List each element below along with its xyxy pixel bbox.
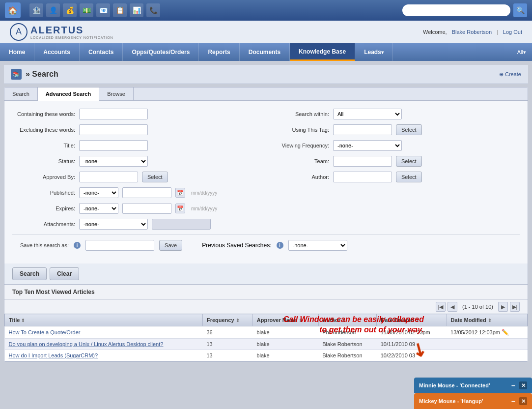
nav-icon-reports[interactable]: 📊	[130, 3, 143, 17]
prev-saved-info-icon[interactable]: i	[277, 242, 283, 249]
col-approver[interactable]: Approver Name ⇕	[252, 314, 318, 326]
using-tag-select-button[interactable]: Select	[396, 124, 422, 135]
call-windows: Minnie Mouse - 'Connected' – ✕ Mickey Mo…	[414, 378, 532, 409]
page-header: 📚 » Search ⊕ Create	[4, 65, 528, 84]
row1-frequency: 36	[202, 326, 252, 339]
expires-row: Expires: -none- 📅 mm/dd/yyyy	[16, 203, 262, 214]
published-select[interactable]: -none-	[79, 187, 118, 198]
tab-advanced-search[interactable]: Advanced Search	[38, 88, 99, 101]
row1-date-modified: 13/05/2012 12:03pm ✏️	[447, 326, 527, 339]
pagination: |◀ ◀ (1 - 10 of 10) ▶ ▶|	[4, 300, 528, 314]
row1-approver: blake	[252, 326, 318, 339]
call-mickey-minimize-button[interactable]: –	[509, 397, 517, 405]
create-button[interactable]: ⊕ Create	[499, 71, 521, 78]
top-search-button[interactable]: 🔍	[513, 3, 527, 17]
nav-accounts[interactable]: Accounts	[34, 43, 80, 61]
expires-date-input[interactable]	[122, 203, 171, 214]
title-input[interactable]	[79, 140, 148, 151]
nav-icons: 🏦 👤 💰 💵 📧 📋 📊 📞	[29, 3, 160, 17]
col-date-created[interactable]: Date Created ⇕	[377, 314, 447, 326]
call-window-mickey[interactable]: Mickey Mouse - 'Hangup' – ✕	[414, 393, 532, 409]
col-title[interactable]: Title ⇕	[5, 314, 203, 326]
expires-date-format: mm/dd/yyyy	[191, 206, 217, 211]
page-prev-button[interactable]: ◀	[448, 302, 457, 312]
containing-input[interactable]	[79, 109, 148, 119]
published-calendar-icon[interactable]: 📅	[175, 188, 185, 198]
nav-icon-email[interactable]: 📧	[96, 3, 110, 17]
row3-approver: blake	[252, 350, 318, 361]
tab-browse[interactable]: Browse	[99, 88, 134, 100]
row3-author: Blake Robertson	[318, 350, 377, 361]
save-info-icon[interactable]: i	[74, 242, 81, 249]
expires-select[interactable]: -none-	[79, 203, 118, 214]
row3-date-created: 10/22/2010 03	[377, 350, 447, 361]
tab-search[interactable]: Search	[4, 88, 38, 100]
row3-date-modified	[447, 350, 527, 361]
viewing-freq-row: Viewing Frequency: -none-	[270, 140, 516, 151]
nav-icon-docs[interactable]: 📋	[113, 3, 127, 17]
row3-frequency: 13	[202, 350, 252, 361]
nav-documents[interactable]: Documents	[240, 43, 290, 61]
published-row: Published: -none- 📅 mm/dd/yyyy	[16, 187, 262, 198]
nav-reports[interactable]: Reports	[199, 43, 239, 61]
excluding-input[interactable]	[79, 124, 148, 135]
nav-icon-accounts[interactable]: 🏦	[29, 3, 43, 17]
search-within-select[interactable]: All	[333, 109, 402, 119]
page-icon: 📚	[11, 69, 22, 80]
page-next-button[interactable]: ▶	[498, 302, 508, 312]
col-frequency[interactable]: Frequency ⇕	[202, 314, 252, 326]
call-minnie-close-button[interactable]: ✕	[519, 381, 527, 389]
save-search-label: Save this search as:	[20, 242, 69, 248]
nav-opps[interactable]: Opps/Quotes/Orders	[123, 43, 199, 61]
page-last-button[interactable]: ▶|	[510, 302, 520, 312]
call-minnie-minimize-button[interactable]: –	[509, 381, 517, 389]
app-icon[interactable]: 🏠	[5, 2, 21, 18]
author-select-button[interactable]: Select	[396, 172, 422, 182]
nav-contacts[interactable]: Contacts	[80, 43, 123, 61]
logo-sub: LOCALIZED EMERGENCY NOTIFICATION	[30, 36, 113, 39]
author-input[interactable]	[333, 172, 392, 182]
nav-all-button[interactable]: All▾	[511, 43, 532, 61]
prev-saved-select[interactable]: -none-	[288, 240, 347, 251]
team-select-button[interactable]: Select	[396, 156, 422, 167]
published-date-input[interactable]	[122, 187, 171, 198]
col-date-modified[interactable]: Date Modified ⇕	[447, 314, 527, 326]
page-info: (1 - 10 of 10)	[462, 304, 493, 310]
nav-home[interactable]: Home	[0, 43, 34, 61]
top-search-input[interactable]	[402, 4, 510, 16]
row1-edit-icon[interactable]: ✏️	[502, 329, 509, 336]
nav-icon-dollar[interactable]: 💵	[80, 3, 93, 17]
search-button[interactable]: Search	[12, 267, 47, 280]
user-name-link[interactable]: Blake Robertson	[452, 29, 492, 35]
col-author[interactable]: Author ⇕	[318, 314, 377, 326]
nav-leads[interactable]: Leads	[355, 43, 393, 61]
nav-icon-contacts[interactable]: 👤	[46, 3, 60, 17]
team-input[interactable]	[333, 156, 392, 167]
approved-by-input[interactable]	[79, 172, 138, 182]
row2-title-link[interactable]: Do you plan on developing a Unix / Linux…	[9, 341, 164, 347]
nav-icon-phone[interactable]: 📞	[146, 3, 160, 17]
call-mickey-close-button[interactable]: ✕	[519, 397, 527, 405]
using-tag-input[interactable]	[333, 124, 392, 135]
logout-link[interactable]: Log Out	[503, 29, 522, 35]
expires-calendar-icon[interactable]: 📅	[175, 204, 185, 213]
separator: |	[497, 29, 498, 35]
row1-title-link[interactable]: How To Create a Quote/Order	[9, 329, 81, 335]
approved-by-select-button[interactable]: Select	[142, 172, 168, 182]
row3-title-link[interactable]: How do I Import Leads (SugarCRM)?	[9, 352, 98, 358]
page-title: » Search	[26, 70, 58, 79]
attachments-select[interactable]: -none-	[79, 219, 148, 230]
save-search-input[interactable]	[85, 240, 154, 251]
page-first-button[interactable]: |◀	[436, 302, 446, 312]
row2-author: Blake Robertson	[318, 339, 377, 350]
published-label: Published:	[16, 190, 75, 196]
clear-button[interactable]: Clear	[50, 267, 79, 280]
attachments-label: Attachments:	[16, 221, 75, 227]
nav-knowledge-base[interactable]: Knowledge Base	[290, 43, 355, 61]
status-select[interactable]: -none-	[79, 156, 148, 167]
viewing-freq-select[interactable]: -none-	[333, 140, 402, 151]
call-window-minnie[interactable]: Minnie Mouse - 'Connected' – ✕	[414, 378, 532, 393]
nav-icon-finance[interactable]: 💰	[63, 3, 77, 17]
save-button[interactable]: Save	[159, 240, 182, 251]
nav-bar: Home Accounts Contacts Opps/Quotes/Order…	[0, 43, 532, 61]
